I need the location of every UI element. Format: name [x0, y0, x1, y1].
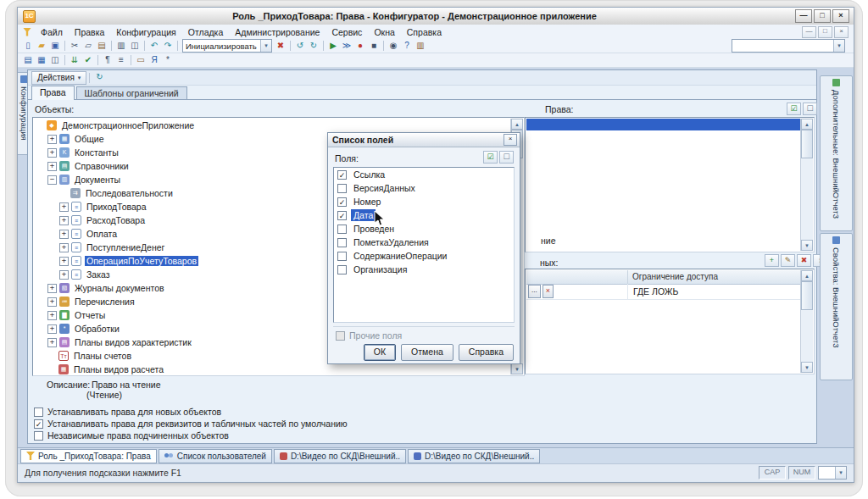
- delete-restriction-icon[interactable]: ✖: [797, 254, 811, 267]
- menu-item-windows[interactable]: Окна: [368, 25, 400, 39]
- syntax-check-icon[interactable]: ¶: [101, 54, 114, 67]
- other-fields-checkbox[interactable]: [336, 331, 345, 341]
- clear-value-button[interactable]: ×: [542, 285, 554, 298]
- properties-panel-tab[interactable]: Свойства: ВнешнийОтчет3: [820, 233, 853, 380]
- menu-item-administration[interactable]: Администрирование: [229, 25, 326, 39]
- field-checkbox-soderzhanie-operacii[interactable]: [337, 252, 347, 261]
- field-checkbox-versiya-dannyh[interactable]: [337, 184, 347, 193]
- field-row-versiya-dannyh[interactable]: ВерсияДанных: [334, 181, 514, 195]
- window-tab-external-report-2[interactable]: D:\Видео по СКД\Внешний..: [408, 449, 540, 463]
- tree-expander-icon[interactable]: +: [47, 135, 57, 144]
- maximize-button[interactable]: □: [814, 9, 831, 23]
- field-checkbox-proveden[interactable]: [337, 225, 347, 234]
- refresh-icon[interactable]: ↺: [293, 40, 307, 53]
- option-set-rights-for-new-objects[interactable]: Устанавливать права для новых объектов: [34, 407, 221, 417]
- window-tab-role-rights[interactable]: Роль _ПриходТовара: Права: [20, 449, 157, 463]
- edit-restriction-icon[interactable]: ✎: [781, 254, 795, 267]
- tree-expander-icon[interactable]: +: [59, 230, 69, 239]
- compare-configurations-icon[interactable]: ◫: [48, 54, 62, 67]
- redo-icon[interactable]: ↷: [161, 40, 175, 53]
- open-icon[interactable]: ▰: [35, 40, 48, 53]
- additional-panel-tab[interactable]: Дополнительные: ВнешнийОтчет3: [820, 75, 853, 231]
- check-all-icon[interactable]: ☑: [787, 103, 801, 115]
- tree-item-calc-type-plans[interactable]: ▦Планы видов расчета: [34, 363, 511, 374]
- field-row-nomer[interactable]: ✓Номер: [334, 195, 514, 208]
- actions-button[interactable]: Действия ▾: [31, 71, 86, 85]
- scrollbar-thumb[interactable]: [801, 281, 813, 310]
- tree-expander-icon[interactable]: +: [59, 270, 69, 280]
- settings-icon[interactable]: *: [161, 54, 175, 67]
- field-checkbox-pometka-udaleniya[interactable]: [337, 238, 347, 247]
- option-checkbox-set-rights-for-attributes-by-default[interactable]: ✓: [34, 419, 43, 429]
- rights-list-scrollbar[interactable]: ▲ ▼: [800, 119, 813, 251]
- restrictions-table-scrollbar[interactable]: ▲ ▼: [800, 270, 813, 373]
- help-button[interactable]: Справка: [459, 344, 514, 361]
- window-tab-external-report-1[interactable]: D:\Видео по СКД\Внешний..: [274, 449, 406, 463]
- scroll-up-icon[interactable]: ▲: [511, 119, 523, 130]
- dropdown-arrow-icon[interactable]: ▾: [835, 467, 846, 479]
- check-all-icon[interactable]: ☑: [483, 151, 498, 164]
- tab-restriction-templates[interactable]: Шаблоны ограничений: [76, 86, 187, 99]
- dropdown-arrow-icon[interactable]: ▾: [260, 40, 271, 52]
- scroll-up-icon[interactable]: ▲: [801, 119, 813, 130]
- tab-rights[interactable]: Права: [31, 86, 75, 100]
- uncheck-all-icon[interactable]: ☐: [803, 103, 817, 115]
- paste-icon[interactable]: ▤: [95, 40, 108, 53]
- tree-expander-icon[interactable]: +: [47, 284, 57, 293]
- scroll-down-icon[interactable]: ▼: [801, 240, 813, 251]
- field-checkbox-nomer[interactable]: ✓: [337, 197, 347, 207]
- dialog-title-bar[interactable]: Список полей ×: [328, 133, 520, 147]
- breakpoint-icon[interactable]: ●: [353, 40, 367, 53]
- tree-expander-icon[interactable]: +: [59, 202, 69, 212]
- print-icon[interactable]: ▥: [114, 40, 128, 53]
- scrollbar-track[interactable]: [801, 281, 813, 362]
- configuration-storage-icon[interactable]: ▦: [35, 54, 48, 67]
- window-list-combo[interactable]: ▾: [732, 39, 845, 53]
- child-restore-button[interactable]: □: [818, 26, 832, 38]
- books-icon[interactable]: ▥: [414, 40, 427, 53]
- rights-list[interactable]: ние ▲ ▼: [525, 117, 815, 252]
- field-row-organizaciya[interactable]: Организация: [334, 263, 514, 276]
- rights-selected-row[interactable]: [526, 119, 801, 130]
- start-debug-icon[interactable]: ▶: [326, 40, 340, 53]
- tree-expander-icon[interactable]: +: [59, 257, 69, 266]
- fields-cell[interactable]: ... ×: [526, 284, 628, 299]
- add-restriction-icon[interactable]: +: [765, 254, 779, 267]
- tree-expander-icon[interactable]: +: [47, 148, 57, 158]
- choose-button[interactable]: ...: [528, 285, 541, 298]
- field-row-proveden[interactable]: Проведен: [334, 222, 514, 236]
- scrollbar-thumb[interactable]: [801, 130, 813, 158]
- menu-item-edit[interactable]: Правка: [69, 25, 110, 39]
- minimize-button[interactable]: —: [795, 9, 812, 23]
- field-list[interactable]: ✓СсылкаВерсияДанных✓Номер✓ДатаПроведенПо…: [333, 167, 515, 323]
- status-combo[interactable]: ▾: [818, 466, 847, 480]
- step-over-icon[interactable]: ≫: [340, 40, 353, 53]
- close-button[interactable]: ×: [832, 9, 849, 23]
- stop-debug-icon[interactable]: ■: [367, 40, 381, 53]
- clear-icon[interactable]: ✖: [274, 40, 287, 53]
- restrictions-table-row[interactable]: ... × ГДЕ ЛОЖЬ: [526, 284, 801, 300]
- field-row-pometka-udaleniya[interactable]: ПометкаУдаления: [334, 236, 514, 249]
- tree-item-demo-app[interactable]: ◆ДемонстрационноеПриложение: [34, 119, 511, 132]
- other-fields-option[interactable]: Прочие поля: [336, 330, 402, 341]
- tree-expander-icon[interactable]: −: [47, 175, 57, 185]
- restrictions-table[interactable]: Ограничение доступа ... × ГДЕ ЛОЖЬ ▲ ▼: [525, 269, 815, 374]
- option-checkbox-independent-rights-of-subordinate-objects[interactable]: [34, 431, 43, 441]
- sync-icon[interactable]: ↻: [307, 40, 320, 53]
- uncheck-all-icon[interactable]: ☐: [499, 151, 514, 164]
- field-checkbox-data[interactable]: ✓: [337, 211, 347, 220]
- menu-item-debug[interactable]: Отладка: [182, 25, 230, 39]
- field-row-soderzhanie-operacii[interactable]: СодержаниеОперации: [334, 249, 514, 263]
- menu-item-file[interactable]: Файл: [35, 25, 69, 39]
- field-row-ssylka[interactable]: ✓Ссылка: [334, 168, 514, 181]
- cut-icon[interactable]: ✂: [68, 40, 81, 53]
- open-configuration-icon[interactable]: ▤: [21, 54, 35, 67]
- scrollbar-track[interactable]: [801, 130, 813, 240]
- all-functions-icon[interactable]: ≡: [114, 54, 128, 67]
- check-configuration-icon[interactable]: ✔: [81, 54, 95, 67]
- update-database-icon[interactable]: ⇊: [68, 54, 81, 67]
- window-tab-user-list[interactable]: Список пользователей: [159, 449, 272, 463]
- option-set-rights-for-attributes-by-default[interactable]: ✓Устанавливать права для реквизитов и та…: [34, 419, 348, 429]
- search-icon[interactable]: ◉: [387, 40, 400, 53]
- access-restriction-cell[interactable]: ГДЕ ЛОЖЬ: [628, 286, 801, 297]
